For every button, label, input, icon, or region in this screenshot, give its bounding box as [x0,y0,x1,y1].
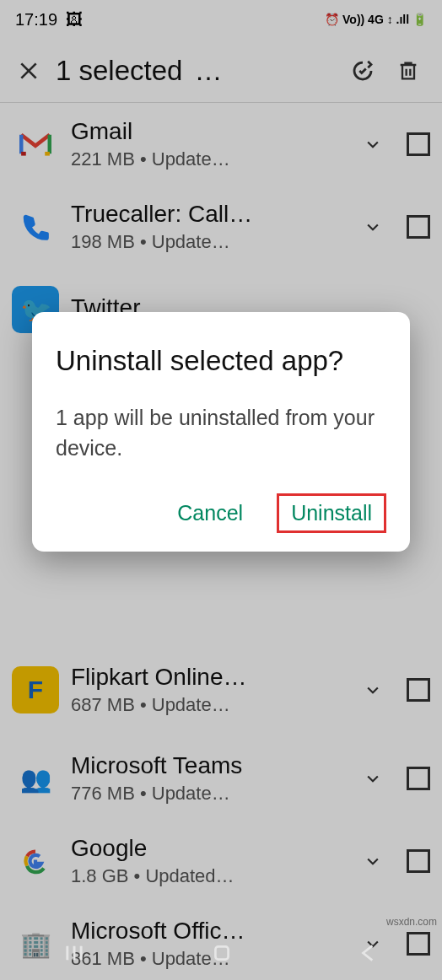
chevron-down-icon [364,681,381,698]
recents-icon [62,941,86,965]
uninstall-button[interactable]: Uninstall [277,493,386,533]
select-checkbox[interactable] [407,132,430,156]
app-meta: 776 MB • Update… [71,783,346,805]
teams-icon: 👥 [20,764,51,794]
uninstall-dialog: Uninstall selected app? 1 app will be un… [32,312,410,552]
app-icon [12,837,59,885]
app-row[interactable]: Google 1.8 GB • Updated… [0,820,442,902]
selection-toolbar: 1 selected … [0,39,442,103]
back-button[interactable] [358,942,380,967]
status-time: 17:19 [15,10,57,30]
dialog-title: Uninstall selected app? [56,342,386,380]
chevron-down-icon [364,136,381,153]
chevron-down-icon [364,770,381,787]
refresh-check-icon [350,58,375,83]
app-meta: 1.8 GB • Updated… [71,865,346,887]
app-name: Flipkart Online… [71,664,346,691]
select-checkbox[interactable] [407,215,430,239]
recents-button[interactable] [62,941,86,968]
expand-button[interactable] [358,212,388,242]
select-checkbox[interactable] [407,849,430,873]
app-row[interactable]: Truecaller: Call… 198 MB • Update… [0,186,442,268]
app-meta: 687 MB • Update… [71,694,346,716]
app-row[interactable]: F Flipkart Online… 687 MB • Update… [0,654,442,737]
dialog-body: 1 app will be uninstalled from your devi… [56,402,386,464]
back-icon [358,942,380,964]
close-icon [18,60,40,82]
app-row[interactable]: 👥 Microsoft Teams 776 MB • Update… [0,737,442,820]
app-name: Microsoft Teams [71,752,346,779]
picture-icon: 🖼 [66,10,83,30]
app-icon: 👥 [12,755,59,802]
title-overflow: … [194,55,222,87]
gmail-icon [19,132,51,157]
app-name: Google [71,835,346,862]
chevron-down-icon [364,218,381,235]
google-icon [21,847,50,875]
home-button[interactable] [211,942,233,967]
close-button[interactable] [10,52,47,89]
app-icon [12,121,59,168]
watermark: wsxdn.com [386,916,437,928]
app-icon: F [12,666,59,713]
app-row[interactable]: Gmail 221 MB • Update… [0,103,442,186]
refresh-button[interactable] [344,52,381,89]
chevron-down-icon [364,853,381,870]
select-checkbox[interactable] [407,678,430,702]
expand-button[interactable] [358,846,388,876]
app-meta: 221 MB • Update… [71,148,346,170]
svg-rect-0 [215,946,228,959]
expand-button[interactable] [358,675,388,705]
phone-icon [19,211,51,243]
app-meta: 198 MB • Update… [71,231,346,253]
app-name: Truecaller: Call… [71,201,346,228]
app-name: Gmail [71,118,346,145]
cancel-button[interactable]: Cancel [169,494,251,532]
dialog-actions: Cancel Uninstall [56,493,386,533]
status-icons: ⏰ Vo)) 4G ↕ .ıll 🔋 [325,13,427,26]
status-bar: 17:19 🖼 ⏰ Vo)) 4G ↕ .ıll 🔋 [0,0,442,39]
expand-button[interactable] [358,129,388,159]
selection-count: 1 selected [56,55,182,87]
expand-button[interactable] [358,763,388,794]
flipkart-icon: F [28,676,43,704]
app-icon [12,203,59,250]
home-icon [211,942,233,964]
system-nav-bar [0,929,442,980]
trash-icon [396,59,420,83]
select-checkbox[interactable] [407,767,430,790]
delete-button[interactable] [390,52,427,89]
